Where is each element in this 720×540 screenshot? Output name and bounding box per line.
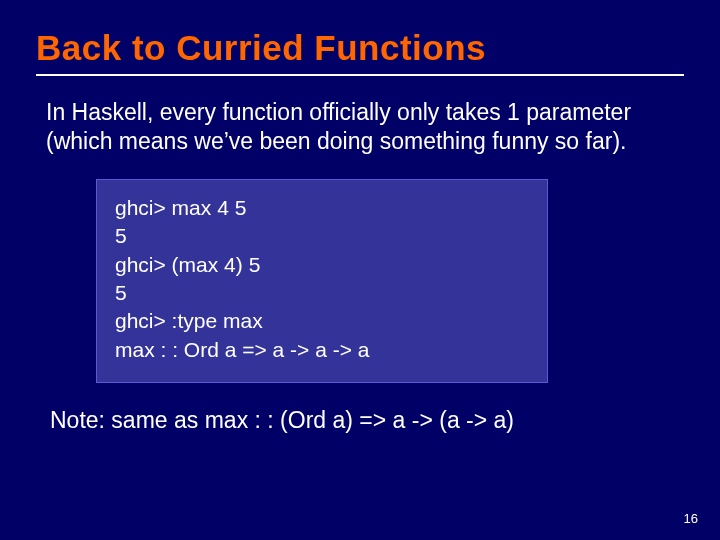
intro-paragraph: In Haskell, every function officially on… [36,98,684,157]
slide: Back to Curried Functions In Haskell, ev… [0,0,720,540]
code-line: 5 [115,279,529,307]
code-box: ghci> max 4 5 5 ghci> (max 4) 5 5 ghci> … [96,179,548,383]
note-text: Note: same as max : : (Ord a) => a -> (a… [36,407,684,434]
code-line: ghci> (max 4) 5 [115,251,529,279]
page-number: 16 [684,511,698,526]
title-underline [36,74,684,76]
code-line: ghci> max 4 5 [115,194,529,222]
code-line: max : : Ord a => a -> a -> a [115,336,529,364]
code-line: 5 [115,222,529,250]
slide-title: Back to Curried Functions [36,28,684,68]
code-line: ghci> :type max [115,307,529,335]
